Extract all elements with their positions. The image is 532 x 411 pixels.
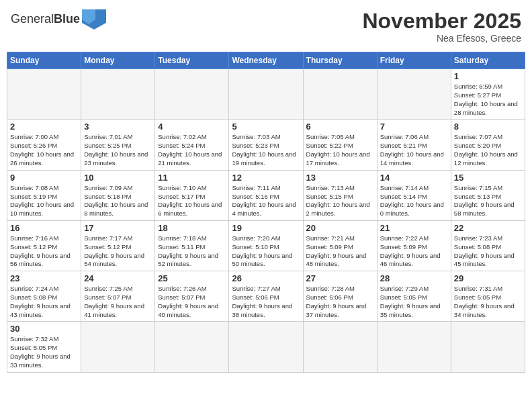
day-info: Sunrise: 7:07 AM Sunset: 5:20 PM Dayligh…	[454, 133, 522, 167]
calendar-cell: 17Sunrise: 7:17 AM Sunset: 5:12 PM Dayli…	[81, 220, 155, 271]
logo-bold-text: Blue	[54, 12, 80, 26]
day-number: 23	[10, 273, 78, 283]
day-number: 8	[454, 122, 522, 132]
title-area: November 2025 Nea Efesos, Greece	[362, 9, 521, 44]
calendar-week-row: 30Sunrise: 7:32 AM Sunset: 5:05 PM Dayli…	[7, 322, 525, 372]
day-info: Sunrise: 7:16 AM Sunset: 5:12 PM Dayligh…	[10, 234, 78, 269]
day-info: Sunrise: 7:21 AM Sunset: 5:09 PM Dayligh…	[306, 234, 374, 269]
calendar-cell: 24Sunrise: 7:25 AM Sunset: 5:07 PM Dayli…	[81, 271, 155, 322]
day-number: 30	[10, 324, 78, 334]
day-info: Sunrise: 7:02 AM Sunset: 5:24 PM Dayligh…	[158, 133, 226, 167]
day-number: 27	[306, 273, 374, 283]
day-info: Sunrise: 7:26 AM Sunset: 5:07 PM Dayligh…	[158, 285, 226, 319]
calendar-cell	[81, 69, 155, 120]
calendar-week-row: 2Sunrise: 7:00 AM Sunset: 5:26 PM Daylig…	[7, 120, 525, 170]
calendar-cell: 20Sunrise: 7:21 AM Sunset: 5:09 PM Dayli…	[303, 220, 377, 271]
day-number: 16	[10, 223, 78, 233]
day-info: Sunrise: 7:05 AM Sunset: 5:22 PM Dayligh…	[306, 133, 374, 167]
day-info: Sunrise: 7:24 AM Sunset: 5:08 PM Dayligh…	[10, 285, 78, 319]
day-number: 6	[306, 122, 374, 132]
calendar-cell	[81, 322, 155, 372]
calendar-cell	[229, 69, 303, 120]
day-info: Sunrise: 7:25 AM Sunset: 5:07 PM Dayligh…	[84, 285, 152, 319]
calendar-cell: 22Sunrise: 7:23 AM Sunset: 5:08 PM Dayli…	[451, 220, 525, 271]
calendar-cell: 10Sunrise: 7:09 AM Sunset: 5:18 PM Dayli…	[81, 170, 155, 220]
calendar-cell: 27Sunrise: 7:28 AM Sunset: 5:06 PM Dayli…	[303, 271, 377, 322]
day-number: 11	[158, 173, 226, 183]
calendar-header-row: SundayMondayTuesdayWednesdayThursdayFrid…	[7, 52, 525, 69]
day-number: 28	[380, 273, 448, 283]
day-number: 24	[84, 273, 152, 283]
calendar-cell: 23Sunrise: 7:24 AM Sunset: 5:08 PM Dayli…	[7, 271, 81, 322]
calendar-cell: 15Sunrise: 7:15 AM Sunset: 5:13 PM Dayli…	[451, 170, 525, 220]
calendar-cell: 3Sunrise: 7:01 AM Sunset: 5:25 PM Daylig…	[81, 120, 155, 170]
location-subtitle: Nea Efesos, Greece	[362, 33, 521, 44]
day-info: Sunrise: 7:09 AM Sunset: 5:18 PM Dayligh…	[84, 184, 152, 218]
calendar-cell: 13Sunrise: 7:13 AM Sunset: 5:15 PM Dayli…	[303, 170, 377, 220]
calendar-cell: 6Sunrise: 7:05 AM Sunset: 5:22 PM Daylig…	[303, 120, 377, 170]
day-number: 5	[232, 122, 300, 132]
calendar-cell: 9Sunrise: 7:08 AM Sunset: 5:19 PM Daylig…	[7, 170, 81, 220]
day-info: Sunrise: 7:32 AM Sunset: 5:05 PM Dayligh…	[10, 335, 78, 369]
day-info: Sunrise: 7:22 AM Sunset: 5:09 PM Dayligh…	[380, 234, 448, 269]
day-info: Sunrise: 7:00 AM Sunset: 5:26 PM Dayligh…	[10, 133, 78, 167]
weekday-header-tuesday: Tuesday	[155, 52, 229, 69]
weekday-header-monday: Monday	[81, 52, 155, 69]
calendar-week-row: 23Sunrise: 7:24 AM Sunset: 5:08 PM Dayli…	[7, 271, 525, 322]
calendar-cell: 19Sunrise: 7:20 AM Sunset: 5:10 PM Dayli…	[229, 220, 303, 271]
logo-normal-text: General	[11, 12, 54, 26]
weekday-header-friday: Friday	[377, 52, 451, 69]
day-number: 20	[306, 223, 374, 233]
day-number: 25	[158, 273, 226, 283]
calendar-cell: 2Sunrise: 7:00 AM Sunset: 5:26 PM Daylig…	[7, 120, 81, 170]
calendar-cell	[451, 322, 525, 372]
day-number: 26	[232, 273, 300, 283]
calendar-cell: 4Sunrise: 7:02 AM Sunset: 5:24 PM Daylig…	[155, 120, 229, 170]
weekday-header-thursday: Thursday	[303, 52, 377, 69]
day-number: 17	[84, 223, 152, 233]
calendar-cell	[229, 322, 303, 372]
calendar-cell: 7Sunrise: 7:06 AM Sunset: 5:21 PM Daylig…	[377, 120, 451, 170]
day-number: 18	[158, 223, 226, 233]
calendar-cell: 11Sunrise: 7:10 AM Sunset: 5:17 PM Dayli…	[155, 170, 229, 220]
calendar-cell: 18Sunrise: 7:18 AM Sunset: 5:11 PM Dayli…	[155, 220, 229, 271]
day-number: 7	[380, 122, 448, 132]
calendar-cell: 30Sunrise: 7:32 AM Sunset: 5:05 PM Dayli…	[7, 322, 81, 372]
calendar-cell	[7, 69, 81, 120]
day-info: Sunrise: 7:28 AM Sunset: 5:06 PM Dayligh…	[306, 285, 374, 319]
calendar-cell	[377, 322, 451, 372]
day-number: 10	[84, 173, 152, 183]
calendar-cell: 25Sunrise: 7:26 AM Sunset: 5:07 PM Dayli…	[155, 271, 229, 322]
calendar-week-row: 1Sunrise: 6:59 AM Sunset: 5:27 PM Daylig…	[7, 69, 525, 120]
calendar-cell: 28Sunrise: 7:29 AM Sunset: 5:05 PM Dayli…	[377, 271, 451, 322]
weekday-header-wednesday: Wednesday	[229, 52, 303, 69]
calendar-cell: 26Sunrise: 7:27 AM Sunset: 5:06 PM Dayli…	[229, 271, 303, 322]
day-number: 22	[454, 223, 522, 233]
calendar-cell: 8Sunrise: 7:07 AM Sunset: 5:20 PM Daylig…	[451, 120, 525, 170]
day-info: Sunrise: 7:15 AM Sunset: 5:13 PM Dayligh…	[454, 184, 522, 218]
day-number: 1	[454, 71, 522, 81]
day-number: 29	[454, 273, 522, 283]
day-info: Sunrise: 7:13 AM Sunset: 5:15 PM Dayligh…	[306, 184, 374, 218]
weekday-header-saturday: Saturday	[451, 52, 525, 69]
day-info: Sunrise: 7:14 AM Sunset: 5:14 PM Dayligh…	[380, 184, 448, 218]
day-number: 4	[158, 122, 226, 132]
day-info: Sunrise: 7:08 AM Sunset: 5:19 PM Dayligh…	[10, 184, 78, 218]
day-number: 3	[84, 122, 152, 132]
month-title: November 2025	[362, 9, 521, 33]
calendar-cell	[155, 322, 229, 372]
day-info: Sunrise: 7:29 AM Sunset: 5:05 PM Dayligh…	[380, 285, 448, 319]
calendar-cell: 12Sunrise: 7:11 AM Sunset: 5:16 PM Dayli…	[229, 170, 303, 220]
day-info: Sunrise: 7:17 AM Sunset: 5:12 PM Dayligh…	[84, 234, 152, 269]
day-number: 13	[306, 173, 374, 183]
day-number: 9	[10, 173, 78, 183]
calendar-cell	[377, 69, 451, 120]
day-info: Sunrise: 7:18 AM Sunset: 5:11 PM Dayligh…	[158, 234, 226, 269]
day-number: 14	[380, 173, 448, 183]
day-info: Sunrise: 7:31 AM Sunset: 5:05 PM Dayligh…	[454, 285, 522, 319]
calendar-cell: 5Sunrise: 7:03 AM Sunset: 5:23 PM Daylig…	[229, 120, 303, 170]
day-number: 19	[232, 223, 300, 233]
day-info: Sunrise: 7:27 AM Sunset: 5:06 PM Dayligh…	[232, 285, 300, 319]
page-header: GeneralBlue November 2025 Nea Efesos, Gr…	[7, 7, 525, 46]
day-number: 2	[10, 122, 78, 132]
